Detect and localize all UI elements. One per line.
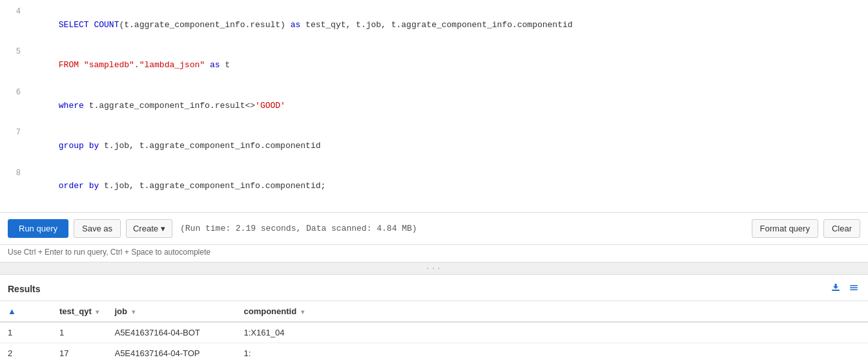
table-header-row: ▲ test_qyt ▾ job ▾ componentid ▾ — [0, 301, 868, 322]
col-header-sort[interactable]: ▲ — [0, 301, 52, 322]
code-editor[interactable]: 4 SELECT COUNT(t.aggrate_component_info.… — [0, 0, 868, 213]
chevron-down-icon: ▾ — [161, 224, 165, 233]
results-actions — [829, 281, 860, 297]
code-line-6: 6 where t.aggrate_component_info.result<… — [0, 86, 868, 126]
query-toolbar: Run query Save as Create ▾ (Run time: 2.… — [0, 213, 868, 245]
code-line-8: 8 order by t.job, t.aggrate_component_in… — [0, 167, 868, 207]
code-line-7: 7 group by t.job, t.aggrate_component_in… — [0, 126, 868, 166]
table-row: 1 1 A5E41637164-04-BOT 1:X161_04 — [0, 322, 868, 343]
run-info: (Run time: 2.19 seconds, Data scanned: 4… — [180, 224, 417, 233]
svg-rect-3 — [850, 289, 858, 290]
cell-componentid: 1:X161_04 — [236, 322, 868, 343]
row-number: 2 — [0, 343, 52, 362]
cell-job: A5E41637164-04-TOP — [107, 343, 236, 362]
cell-test-qyt: 17 — [52, 343, 107, 362]
code-line-5: 5 FROM "sampledb"."lambda_json" as t — [0, 45, 868, 85]
save-as-button[interactable]: Save as — [74, 219, 121, 238]
resize-divider[interactable]: ··· — [0, 262, 868, 275]
col-header-componentid[interactable]: componentid ▾ — [236, 301, 868, 322]
svg-rect-0 — [832, 290, 840, 291]
col-header-test-qyt[interactable]: test_qyt ▾ — [52, 301, 107, 322]
settings-icon[interactable] — [847, 281, 860, 297]
download-icon[interactable] — [829, 281, 842, 297]
cell-job: A5E41637164-04-BOT — [107, 322, 236, 343]
col-header-job[interactable]: job ▾ — [107, 301, 236, 322]
format-query-button[interactable]: Format query — [752, 219, 818, 238]
results-section: Results ▲ — [0, 275, 868, 362]
clear-button[interactable]: Clear — [823, 219, 860, 238]
cell-test-qyt: 1 — [52, 322, 107, 343]
create-button[interactable]: Create ▾ — [126, 219, 172, 238]
results-table: ▲ test_qyt ▾ job ▾ componentid ▾ 1 1 A5E… — [0, 301, 868, 362]
keyboard-hint: Use Ctrl + Enter to run query, Ctrl + Sp… — [0, 245, 868, 262]
svg-rect-1 — [850, 285, 858, 286]
cell-componentid: 1: — [236, 343, 868, 362]
results-header: Results — [0, 275, 868, 301]
svg-rect-2 — [850, 287, 858, 288]
row-number: 1 — [0, 322, 52, 343]
results-title: Results — [8, 284, 41, 294]
table-row: 2 17 A5E41637164-04-TOP 1: — [0, 343, 868, 362]
code-line-4: 4 SELECT COUNT(t.aggrate_component_info.… — [0, 5, 868, 45]
run-query-button[interactable]: Run query — [8, 219, 68, 238]
